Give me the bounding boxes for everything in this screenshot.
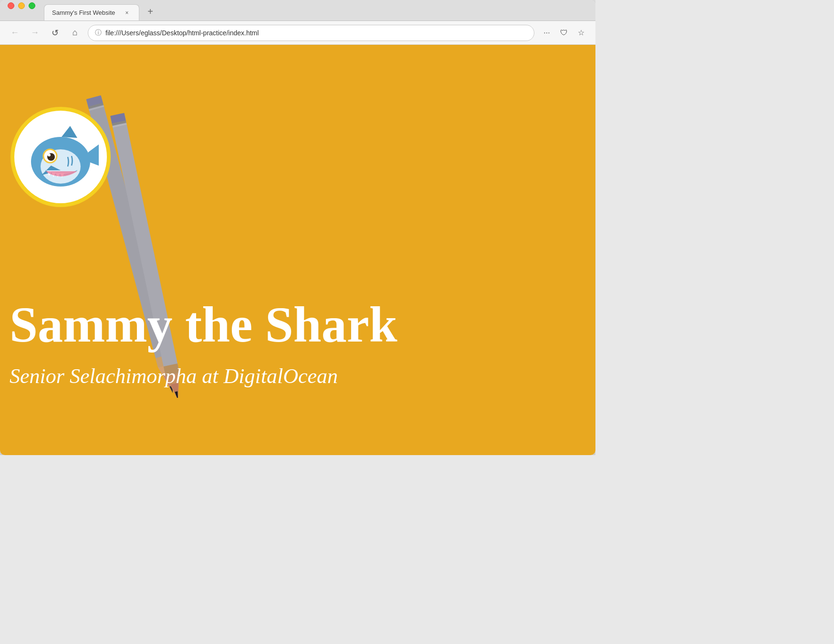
minimize-button[interactable] (18, 2, 25, 9)
forward-icon: → (31, 28, 39, 38)
browser-window: Sammy's First Website × + ← → ↺ ⌂ ⓘ file… (0, 0, 595, 455)
bookmark-button[interactable]: ☆ (574, 26, 588, 40)
tab-close-button[interactable]: × (123, 9, 131, 17)
more-options-button[interactable]: ··· (540, 26, 553, 40)
close-button[interactable] (8, 2, 14, 9)
maximize-button[interactable] (29, 2, 35, 9)
toolbar-actions: ··· 🛡 ☆ (540, 26, 588, 40)
address-text: file:///Users/eglass/Desktop/html-practi… (105, 29, 527, 37)
tabs-area: Sammy's First Website × + (44, 0, 157, 21)
hero-subtitle: Senior Selachimorpha at DigitalOcean (0, 364, 595, 388)
info-icon: ⓘ (95, 29, 102, 37)
shield-icon: 🛡 (560, 29, 568, 37)
toolbar: ← → ↺ ⌂ ⓘ file:///Users/eglass/Desktop/h… (0, 21, 595, 45)
traffic-lights (8, 2, 35, 9)
website-content: Sammy the Shark Senior Selachimorpha at … (0, 45, 595, 455)
star-icon: ☆ (578, 28, 584, 37)
shark-avatar (10, 107, 111, 207)
more-icon: ··· (543, 29, 550, 37)
back-icon: ← (10, 28, 19, 38)
forward-button[interactable]: → (28, 26, 42, 40)
tab-title: Sammy's First Website (52, 9, 119, 16)
home-icon: ⌂ (73, 28, 78, 38)
active-tab[interactable]: Sammy's First Website × (44, 4, 139, 21)
shield-button[interactable]: 🛡 (557, 26, 571, 40)
reload-button[interactable]: ↺ (48, 26, 62, 40)
hero-title: Sammy the Shark (0, 300, 595, 350)
svg-marker-19 (62, 126, 77, 138)
title-bar: Sammy's First Website × + (0, 0, 595, 21)
shark-image (22, 119, 99, 195)
back-button[interactable]: ← (8, 26, 22, 40)
address-bar[interactable]: ⓘ file:///Users/eglass/Desktop/html-prac… (88, 25, 534, 41)
new-tab-button[interactable]: + (143, 4, 157, 19)
reload-icon: ↺ (52, 28, 59, 38)
svg-point-23 (48, 154, 51, 156)
home-button[interactable]: ⌂ (68, 26, 82, 40)
